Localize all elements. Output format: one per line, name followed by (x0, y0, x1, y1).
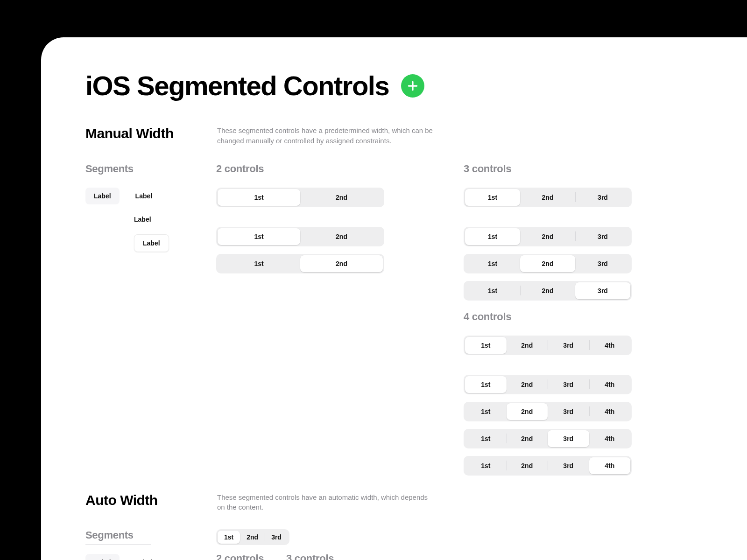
segment-item[interactable]: 1st (218, 531, 240, 544)
segment-item[interactable]: 1st (465, 376, 507, 393)
segment-item[interactable]: 3rd (548, 403, 589, 420)
two-controls-heading: 2 controls (216, 553, 272, 560)
segmented-control: 1st 2nd (216, 188, 384, 207)
segment-item[interactable]: 3rd (575, 228, 630, 245)
segment-item[interactable]: 1st (218, 255, 300, 272)
segment-item[interactable]: 4th (589, 337, 631, 354)
segment-item[interactable]: 4th (589, 403, 631, 420)
segment-item[interactable]: 2nd (520, 189, 575, 206)
segment-item[interactable]: 2nd (300, 189, 383, 206)
segment-item[interactable]: 2nd (507, 457, 548, 474)
four-controls-heading: 4 controls (464, 311, 632, 326)
segment-item[interactable]: 2nd (240, 531, 265, 544)
segment-item[interactable]: 1st (465, 457, 507, 474)
auto-columns: Segments Label Label Label Label 1st (85, 529, 747, 560)
segmented-control: 1st 2nd 3rd (464, 188, 632, 207)
auto-three-controls: 3 controls 1st 2nd 3rd 1st 2nd 3rd (286, 548, 359, 560)
segmented-control: 1st 2nd 3rd (464, 281, 632, 301)
segmented-control: 1st 2nd 3rd (464, 227, 632, 246)
segmented-control: 1st 2nd 3rd 4th (464, 402, 632, 421)
manual-width-heading: Manual Width (85, 126, 200, 141)
segment-item[interactable]: 3rd (548, 337, 589, 354)
manual-width-blurb: These segmented controls have a predeter… (217, 126, 437, 146)
label-chip-outlined[interactable]: Label (134, 234, 169, 252)
segment-item[interactable]: 3rd (548, 457, 589, 474)
segmented-control: 1st 2nd 3rd 4th (464, 336, 632, 355)
auto-examples-column: 1st 2nd 3rd 2 controls 1st 2nd 1st 2nd (216, 529, 464, 560)
segment-item[interactable]: 3rd (548, 430, 589, 447)
segment-item[interactable]: 1st (465, 430, 507, 447)
segment-item[interactable]: 2nd (520, 228, 575, 245)
auto-width-heading: Auto Width (85, 492, 200, 508)
segmented-control: 1st 2nd 3rd 4th (464, 375, 632, 394)
manual-width-header: Manual Width These segmented controls ha… (85, 126, 747, 146)
segment-item[interactable]: 2nd (300, 228, 383, 245)
segmented-control: 1st 2nd 3rd (464, 254, 632, 273)
page-title: iOS Segmented Controls (85, 70, 389, 101)
segment-item[interactable]: 1st (465, 282, 520, 299)
label-chip-filled[interactable]: Label (85, 188, 120, 204)
segmented-control: 1st 2nd (216, 227, 384, 246)
segments-subheading: Segments (85, 529, 151, 545)
segment-item[interactable]: 3rd (575, 189, 630, 206)
page-title-row: iOS Segmented Controls (85, 70, 747, 101)
three-controls-heading: 3 controls (286, 553, 352, 560)
label-chip-plain: Label (135, 554, 153, 560)
segment-item[interactable]: 1st (465, 403, 507, 420)
label-chip-filled[interactable]: Label (85, 554, 120, 560)
manual-columns: Segments Label Label Label Label 2 contr… (85, 163, 747, 476)
segment-item[interactable]: 4th (589, 430, 631, 447)
segments-column: Segments Label Label Label Label (85, 163, 216, 252)
segmented-control: 1st 2nd 3rd 4th (464, 456, 632, 476)
segment-item[interactable]: 2nd (507, 337, 548, 354)
segment-item[interactable]: 1st (465, 255, 520, 272)
segment-item[interactable]: 4th (589, 457, 631, 474)
segment-item[interactable]: 1st (218, 228, 300, 245)
two-controls-column: 2 controls 1st 2nd 1st 2nd 1st 2nd (216, 163, 464, 273)
segments-subheading: Segments (85, 163, 151, 178)
segment-item[interactable]: 3rd (575, 282, 630, 299)
segment-item[interactable]: 3rd (548, 376, 589, 393)
auto-width-header: Auto Width These segmented controls have… (85, 492, 747, 513)
three-controls-heading: 3 controls (464, 163, 632, 178)
segment-item[interactable]: 1st (465, 228, 520, 245)
segmented-control: 1st 2nd (216, 254, 384, 273)
auto-width-blurb: These segmented controls have an automat… (217, 492, 437, 513)
segment-item[interactable]: 2nd (520, 255, 575, 272)
auto-two-controls: 2 controls 1st 2nd 1st 2nd (216, 548, 272, 560)
segment-item[interactable]: 2nd (520, 282, 575, 299)
segment-item[interactable]: 2nd (300, 255, 383, 272)
segment-item[interactable]: 2nd (507, 403, 548, 420)
plus-icon (407, 80, 419, 92)
segment-item[interactable]: 1st (465, 337, 507, 354)
label-examples: Label Label Label Label (85, 554, 216, 560)
two-controls-heading: 2 controls (216, 163, 384, 178)
design-spec-card: iOS Segmented Controls Manual Width Thes… (41, 37, 747, 560)
segment-item[interactable]: 2nd (507, 430, 548, 447)
segment-item[interactable]: 1st (218, 189, 300, 206)
segment-item[interactable]: 2nd (507, 376, 548, 393)
label-chip-plain: Label (134, 211, 151, 228)
segmented-control: 1st 2nd 3rd (216, 529, 289, 545)
label-chip-plain: Label (135, 188, 153, 204)
add-badge[interactable] (401, 74, 424, 98)
label-examples: Label Label Label Label (85, 188, 216, 252)
segment-item[interactable]: 4th (589, 376, 631, 393)
segmented-control: 1st 2nd 3rd 4th (464, 429, 632, 448)
segment-item[interactable]: 1st (465, 189, 520, 206)
segment-item[interactable]: 3rd (265, 531, 288, 544)
segments-column: Segments Label Label Label Label (85, 529, 216, 560)
three-controls-column: 3 controls 1st 2nd 3rd 1st 2nd 3rd 1st 2… (464, 163, 711, 476)
segment-item[interactable]: 3rd (575, 255, 630, 272)
